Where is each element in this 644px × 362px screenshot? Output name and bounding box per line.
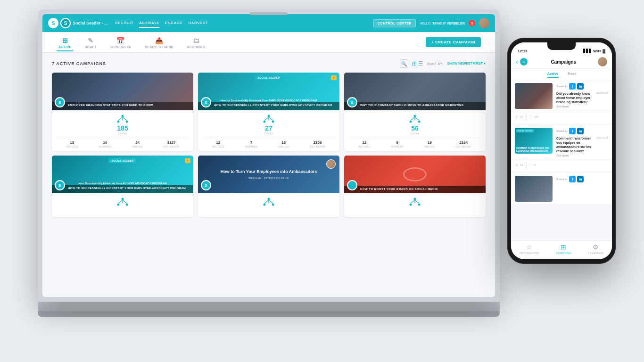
svg-point-18 <box>122 198 124 200</box>
campaign-card-4[interactable]: SOCIAL SEEDER ! w to Successfully Kickst… <box>52 156 193 217</box>
wifi-icon: WiFi <box>593 49 601 53</box>
twitter-badge-3: t <box>569 176 576 182</box>
phone-card-shared-3: Shared on: t in <box>556 176 608 182</box>
phone-card-3[interactable]: Shared on: t in <box>511 173 612 204</box>
intro-label: INTRODUCTION <box>520 252 539 255</box>
phone-card-top-3: Shared on: t in <box>511 173 612 204</box>
phone-card-top-2: SOCIAL SEEDER COMMENT TRANSFORMER VOS EQ… <box>511 125 612 159</box>
tab-scheduled[interactable]: 📅 SCHEDULED <box>108 33 133 51</box>
svg-line-34 <box>415 200 419 204</box>
phone-card-header-1: Did you already know about these employe… <box>556 91 608 104</box>
phone-card-1[interactable]: Shared on: t in Did you already know abo… <box>511 80 612 123</box>
phone-card-2[interactable]: SOCIAL SEEDER COMMENT TRANSFORMER VOS EQ… <box>511 125 612 172</box>
phone-tab-active[interactable]: Active <box>547 71 559 78</box>
back-button[interactable]: ‹ <box>516 58 518 66</box>
phone-bottom-nav: ☆ INTRODUCTION ⊞ CAMPAIGNS ⚙ 1 CAMPAIGN <box>511 240 612 259</box>
phone-card-date-1: 2020.02.26 <box>596 91 608 94</box>
like-icon-1: ♡ <box>529 115 532 119</box>
card-image-4: SOCIAL SEEDER ! w to Successfully Kickst… <box>52 156 193 193</box>
phone-logo: S <box>520 58 528 66</box>
tab-draft[interactable]: ✎ DRAFT <box>83 33 98 51</box>
svg-line-4 <box>123 117 127 121</box>
thumb-img-1 <box>515 83 553 109</box>
phone-avatar[interactable] <box>598 57 607 66</box>
svg-line-10 <box>269 117 273 121</box>
thumb-bg-1 <box>515 83 553 109</box>
svg-line-9 <box>264 117 269 121</box>
create-campaign-button[interactable]: + CREATE CAMPAIGN <box>426 37 481 47</box>
toolbar-right: 🔍 ⊞ ☰ SORT BY: SHOW NEWEST FIRST ▾ <box>400 59 486 68</box>
laptop-base <box>38 302 500 311</box>
phone-tab-past[interactable]: Past <box>568 71 576 78</box>
clicks-row-4 <box>56 197 190 207</box>
phone-thumb-1 <box>515 83 553 109</box>
campaign-card-5[interactable]: How to Turn Your Employees into Ambassad… <box>198 156 339 217</box>
phone-screen: 12:13 ▋▋▋ WiFi ▓ ‹ S Campaigns Active Pa… <box>511 42 612 259</box>
clicks-label-3: Clicks <box>411 132 420 135</box>
nav-engage[interactable]: ENGAGE <box>165 19 183 28</box>
svg-point-19 <box>117 204 120 206</box>
sub-nav: ⊞ ACTIVE ✎ DRAFT 📅 SCHEDULED 📤 <box>42 32 495 53</box>
sort-dropdown[interactable]: SHOW NEWEST FIRST ▾ <box>447 62 486 66</box>
card-image-5: How to Turn Your Employees into Ambassad… <box>198 156 339 193</box>
avatar[interactable] <box>479 18 489 28</box>
campaign-card-3[interactable]: WHY YOUR COMPANY SHOULD MOVE TO AMBASSAD… <box>344 73 486 151</box>
notification-badge[interactable]: 3 <box>469 20 475 26</box>
phone-nav-campaigns[interactable]: ⊞ CAMPAIGNS <box>556 243 571 255</box>
content-header: 7 ACTIVE CAMPAIGNS 🔍 ⊞ ☰ SORT BY: SHOW N… <box>52 59 486 68</box>
nav-harvest[interactable]: HARVEST <box>189 19 208 28</box>
phone-card-list: Shared on: t in Did you already know abo… <box>511 80 612 240</box>
shared-on-label-2: Shared on: <box>556 130 568 132</box>
clicks-row-6 <box>348 197 482 207</box>
sub-nav-tabs: ⊞ ACTIVE ✎ DRAFT 📅 SCHEDULED 📤 <box>57 33 207 51</box>
linkedin-badge-3: in <box>577 176 584 182</box>
svg-point-20 <box>126 204 128 206</box>
clicks-number-1: 185 <box>117 124 128 132</box>
hello-label: HELLO: TANGUY VERBELEN <box>420 22 465 25</box>
stat-sharers-3: 8 SHARERS <box>391 140 404 148</box>
phone-card-author-1: Eva Baert <box>556 105 608 108</box>
phone-card-title-1: Did you already know about these employe… <box>556 91 594 104</box>
stat-invitees-3: 12 INVITEES <box>358 140 370 148</box>
like-count-1: 107 <box>534 115 539 118</box>
phone-card-shared-1: Shared on: t in <box>556 83 608 90</box>
svg-point-7 <box>264 121 266 123</box>
phone-notch <box>547 42 576 50</box>
campaign-card-6[interactable]: HOW TO BOOST YOUR BRAND ON SOCIAL MEDIA <box>344 156 486 217</box>
signal-icon: ▋▋▋ <box>583 49 592 53</box>
phone-thumb-3 <box>515 176 553 202</box>
stats-row-1: 13 INVITEES 10 SHARERS 24 <box>56 138 190 148</box>
campaign-card-2[interactable]: SOCIAL SEEDER ! How to Successfully Kick… <box>198 73 339 151</box>
svg-point-12 <box>414 115 416 117</box>
twitter-badge-2: t <box>569 128 576 134</box>
nav-recruit[interactable]: RECRUIT <box>115 19 133 28</box>
card-title-4: HOW TO SUCCESSFULLY KICKSTART YOUR EMPLO… <box>68 187 190 190</box>
svg-line-3 <box>118 117 123 121</box>
card-stats-5 <box>198 193 339 217</box>
phone-nav-1campaign[interactable]: ⚙ 1 CAMPAIGN <box>588 243 603 255</box>
search-button[interactable]: 🔍 <box>400 59 408 68</box>
tab-ready-to-send[interactable]: 📤 READY TO SEND <box>143 33 175 51</box>
svg-point-6 <box>268 115 270 117</box>
list-view-button[interactable]: ☰ <box>418 60 423 67</box>
thumb-title-2: COMMENT TRANSFORMER VOS EQUIPES EN AMBAS… <box>516 147 551 152</box>
nav-activate[interactable]: ACTIVATE <box>139 19 159 28</box>
share-count-2: 13 <box>520 164 523 166</box>
card-stats-4 <box>52 193 193 217</box>
card-overlay-3: WHY YOUR COMPANY SHOULD MOVE TO AMBASSAD… <box>344 102 486 110</box>
stat-reach-1: 3127 EST. REACH <box>164 140 179 148</box>
stat-invitees-1: 13 INVITEES <box>66 140 78 148</box>
phone-card-author-2: Eva Baert <box>556 154 608 157</box>
control-center-button[interactable]: CONTROL CENTER <box>373 19 416 27</box>
grid-view-button[interactable]: ⊞ <box>412 60 417 67</box>
tab-archived[interactable]: 🗂 ARCHIVED <box>185 33 207 51</box>
phone-card-shared-2: Shared on: t in <box>556 128 608 134</box>
clicks-number-3: 56 <box>411 124 419 132</box>
nav-right: CONTROL CENTER HELLO: TANGUY VERBELEN 3 <box>373 18 489 28</box>
thumb-bg-2: SOCIAL SEEDER COMMENT TRANSFORMER VOS EQ… <box>515 128 553 154</box>
phone-nav-introduction[interactable]: ☆ INTRODUCTION <box>520 243 539 255</box>
laptop-screen: S S Social Seeder - AMBA... RECRUIT ACTI… <box>42 14 495 297</box>
campaign-card-1[interactable]: EMPLOYER BRANDING STATISTICS YOU NEED TO… <box>52 73 193 151</box>
svg-point-13 <box>410 121 412 123</box>
tab-active[interactable]: ⊞ ACTIVE <box>57 33 73 51</box>
